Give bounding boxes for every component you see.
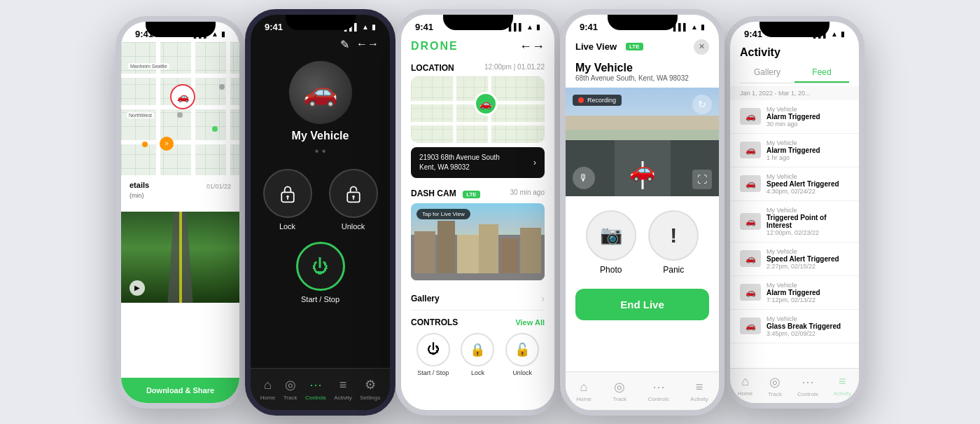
phone-liveview: 9:41 ▌▌▌ ▲ ▮ Live View LTE ✕ My Vehicle … bbox=[560, 9, 724, 416]
list-item[interactable]: 🚗 My Vehicle Alarm Triggered 30 min ago bbox=[730, 100, 859, 134]
nav-activity-act[interactable]: ≡ Activity bbox=[834, 374, 851, 397]
nav-arrow: » bbox=[160, 137, 174, 151]
list-item[interactable]: 🚗 My Vehicle Triggered Point of Interest… bbox=[730, 201, 859, 242]
controls-label-live: Controls bbox=[648, 396, 669, 402]
nav-controls[interactable]: ⋯ Controls bbox=[305, 377, 326, 401]
map-dot-green bbox=[212, 126, 218, 132]
mini-unlock-circle[interactable]: 🔓 bbox=[505, 333, 539, 367]
item-vehicle-1: My Vehicle bbox=[766, 106, 849, 113]
tab-gallery[interactable]: Gallery bbox=[740, 63, 794, 83]
item-thumb-7: 🚗 bbox=[740, 317, 761, 334]
end-live-button[interactable]: End Live bbox=[575, 289, 709, 320]
nav-home-live[interactable]: ⌂ Home bbox=[576, 380, 591, 402]
item-thumb-2: 🚗 bbox=[740, 142, 761, 158]
nav-track-act[interactable]: ◎ Track bbox=[768, 374, 782, 397]
tab-feed[interactable]: Feed bbox=[794, 63, 849, 83]
mini-unlock[interactable]: 🔓 Unlock bbox=[505, 333, 539, 376]
lock-circle[interactable] bbox=[263, 169, 312, 218]
nav-home[interactable]: ⌂ Home bbox=[260, 378, 275, 401]
download-share-button[interactable]: Download & Share bbox=[121, 378, 239, 403]
photo-button[interactable]: 📷 Photo bbox=[586, 210, 636, 275]
camera-circle[interactable]: 📷 bbox=[586, 210, 636, 261]
controls-icon-live: ⋯ bbox=[652, 379, 665, 395]
vehicle-info: My Vehicle 68th Avenue South, Kent, WA 9… bbox=[566, 59, 719, 88]
activity-tabs: Gallery Feed bbox=[740, 63, 849, 83]
recording-label: Recording bbox=[587, 97, 616, 104]
date-range: Jan 1, 2022 - Mar 1, 20... bbox=[730, 86, 859, 100]
unlock-circle[interactable] bbox=[329, 169, 378, 218]
mini-start-stop[interactable]: ⏻ Start / Stop bbox=[416, 333, 450, 376]
fullscreen-button[interactable]: ⛶ bbox=[692, 170, 712, 189]
list-item[interactable]: 🚗 My Vehicle Glass Break Triggered 3:45p… bbox=[730, 310, 859, 343]
item-event-3: Speed Alert Triggered bbox=[766, 180, 849, 188]
video-thumbnail[interactable]: ▶ bbox=[121, 212, 239, 303]
details-subtitle: (min) bbox=[130, 192, 231, 199]
home-icon-live: ⌂ bbox=[580, 380, 588, 395]
mic-button[interactable]: 🎙 bbox=[573, 167, 595, 189]
battery-icon-5: ▮ bbox=[841, 30, 845, 38]
map-pin: 🚗 bbox=[474, 92, 498, 116]
nav-track[interactable]: ◎ Track bbox=[284, 377, 298, 401]
map-dot-1 bbox=[177, 112, 183, 118]
nav-settings[interactable]: ⚙ Settings bbox=[360, 377, 380, 401]
panic-button[interactable]: ! Panic bbox=[648, 210, 699, 275]
battery-icon-4: ▮ bbox=[701, 23, 705, 31]
phone-controls-dark: 9:41 ▌▌▌ ▲ ▮ ✎ ←→ 🚗 My Vehicle • • bbox=[245, 9, 396, 416]
nav-controls-live[interactable]: ⋯ Controls bbox=[648, 379, 669, 402]
unlock-control[interactable]: Unlock bbox=[329, 169, 378, 231]
item-time-4: 12:00pm, 02/23/22 bbox=[766, 229, 849, 236]
address-chevron-icon: › bbox=[533, 158, 536, 167]
nav-home-act[interactable]: ⌂ Home bbox=[738, 374, 752, 397]
back-icon[interactable]: ←→ bbox=[356, 38, 379, 51]
view-all-button[interactable]: View All bbox=[515, 318, 545, 327]
drone-back-icon[interactable]: ←→ bbox=[519, 39, 545, 54]
mini-power-circle[interactable]: ⏻ bbox=[416, 333, 450, 367]
nav-track-live[interactable]: ◎ Track bbox=[612, 379, 626, 402]
detail-area: etails 01/01/22 (min) bbox=[121, 175, 239, 209]
controls-icon: ⋯ bbox=[309, 377, 322, 392]
refresh-button[interactable]: ↻ bbox=[692, 95, 712, 114]
item-vehicle-6: My Vehicle bbox=[766, 282, 849, 289]
lock-control[interactable]: Lock bbox=[263, 169, 312, 231]
dashcam-thumbnail[interactable]: Tap for Live View bbox=[411, 203, 545, 280]
map-label-1: Manheim Seattle bbox=[128, 63, 169, 69]
list-item[interactable]: 🚗 My Vehicle Speed Alert Triggered 4:30p… bbox=[730, 167, 859, 201]
list-item[interactable]: 🚗 My Vehicle Alarm Triggered 1 hr ago bbox=[730, 134, 859, 167]
mini-road-v bbox=[453, 76, 456, 143]
power-circle[interactable]: ⏻ bbox=[296, 242, 345, 291]
signal-icon-3: ▌▌▌ bbox=[509, 23, 524, 31]
address-row[interactable]: 21903 68th Avenue South Kent, WA 98032 › bbox=[411, 147, 545, 178]
nav-activity-live[interactable]: ≡ Activity bbox=[690, 380, 708, 402]
mini-lock[interactable]: 🔒 Lock bbox=[461, 333, 494, 376]
list-item[interactable]: 🚗 My Vehicle Speed Alert Triggered 2:27p… bbox=[730, 242, 859, 276]
live-video[interactable]: 🚗 Recording ↻ 🎙 ⛶ bbox=[566, 88, 719, 196]
nav-activity[interactable]: ≡ Activity bbox=[334, 378, 351, 401]
close-button[interactable]: ✕ bbox=[694, 39, 709, 55]
play-button[interactable]: ▶ bbox=[130, 280, 145, 296]
activity-list: 🚗 My Vehicle Alarm Triggered 30 min ago … bbox=[730, 100, 859, 343]
mini-map[interactable]: 🚗 bbox=[411, 76, 545, 143]
activity-lbl-act: Activity bbox=[834, 390, 851, 397]
power-icon: ⏻ bbox=[312, 257, 329, 276]
item-thumb-3: 🚗 bbox=[740, 175, 761, 192]
mini-lock-circle[interactable]: 🔒 bbox=[461, 333, 494, 367]
home-icon: ⌂ bbox=[264, 378, 272, 392]
time-4: 9:41 bbox=[580, 22, 598, 32]
panic-circle[interactable]: ! bbox=[648, 210, 699, 261]
bottom-nav-live: ⌂ Home ◎ Track ⋯ Controls ≡ Activity bbox=[566, 371, 719, 410]
bottom-nav-dark: ⌂ Home ◎ Track ⋯ Controls ≡ Activity ⚙ S… bbox=[251, 368, 390, 410]
item-info-6: My Vehicle Alarm Triggered 7:12pm, 02/13… bbox=[766, 282, 849, 303]
tap-live-badge[interactable]: Tap for Live View bbox=[416, 209, 470, 219]
settings-label: Settings bbox=[360, 395, 380, 401]
gallery-row[interactable]: Gallery › bbox=[411, 287, 545, 310]
svg-point-1 bbox=[286, 195, 289, 198]
edit-icon[interactable]: ✎ bbox=[340, 38, 349, 51]
list-item[interactable]: 🚗 My Vehicle Alarm Triggered 7:12pm, 02/… bbox=[730, 276, 859, 310]
map-area[interactable]: Manheim Seattle NorthWest 🚗 » bbox=[121, 42, 239, 175]
battery-icon-2: ▮ bbox=[372, 23, 376, 31]
track-lbl-act: Track bbox=[768, 391, 782, 397]
start-stop-control[interactable]: ⏻ Start / Stop bbox=[296, 242, 345, 303]
dashcam-section: DASH CAM LTE 30 min ago Tap for Live Vie… bbox=[401, 182, 554, 283]
nav-controls-act[interactable]: ⋯ Controls bbox=[797, 374, 818, 397]
vehicle-dots: • • bbox=[251, 145, 390, 158]
